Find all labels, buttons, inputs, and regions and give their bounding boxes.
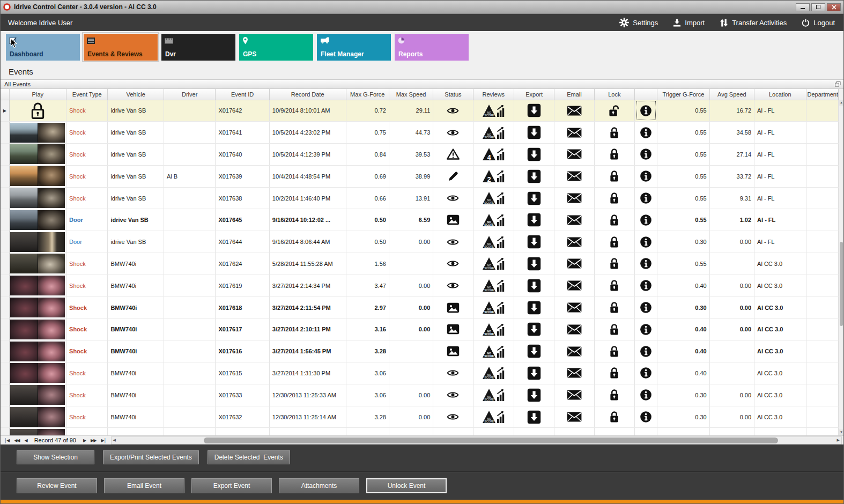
cell-reviews[interactable]: NOSCORE — [473, 362, 514, 384]
cell-email[interactable] — [554, 406, 594, 428]
horizontal-scroll-thumb[interactable] — [204, 438, 778, 443]
close-button[interactable] — [827, 3, 841, 11]
scroll-left-icon[interactable]: ◀ — [112, 438, 117, 442]
cell-reviews[interactable]: NOSCORE — [473, 209, 514, 231]
cell-email[interactable] — [554, 122, 594, 144]
cell-export[interactable] — [514, 165, 554, 187]
tile-fleet-manager[interactable]: Fleet Manager — [317, 34, 391, 61]
cell-email[interactable] — [554, 297, 594, 318]
scroll-right-icon[interactable]: ▶ — [835, 438, 841, 442]
scroll-down-icon[interactable]: ▼ — [839, 429, 843, 435]
next-page-button[interactable]: ▶▶ — [88, 438, 98, 443]
cell-lock[interactable] — [594, 253, 634, 275]
event-row[interactable]: Shockidrive Van SBAl BX01763910/4/2014 4… — [1, 165, 839, 187]
event-row-partial[interactable] — [1, 428, 839, 435]
cell-export[interactable] — [514, 144, 554, 166]
cell-play[interactable] — [9, 187, 66, 209]
cell-lock[interactable] — [594, 340, 634, 362]
cell-lock[interactable] — [594, 406, 634, 428]
cell-lock[interactable] — [594, 187, 634, 209]
tile-events-reviews[interactable]: Events & Reviews — [84, 34, 158, 61]
cell-export[interactable] — [514, 297, 554, 318]
cell-info[interactable] — [635, 318, 657, 340]
cell-reviews[interactable]: NOSCORE — [473, 318, 514, 340]
cell-export[interactable] — [514, 253, 554, 275]
prev-record-button[interactable]: ◀ — [22, 438, 29, 443]
minimize-button[interactable] — [796, 3, 810, 11]
cell-email[interactable] — [554, 209, 594, 231]
cell-lock[interactable] — [594, 100, 634, 122]
cell-email[interactable] — [554, 318, 594, 340]
event-row[interactable]: ▶Shockidrive Van SBX01764210/9/2014 8:10… — [1, 100, 839, 122]
cell-play[interactable] — [9, 384, 66, 406]
cell-reviews[interactable]: NOSCORE — [473, 187, 514, 209]
cell-info[interactable] — [635, 362, 657, 384]
cell-play[interactable] — [9, 318, 66, 340]
event-row[interactable]: Dooridrive Van SBX0176459/16/2014 10:12:… — [1, 209, 839, 231]
cell-play[interactable] — [9, 253, 66, 275]
event-row[interactable]: ShockBMW740iX0176163/27/2014 1:56:45 PM3… — [1, 340, 839, 362]
col-header-max-g-force[interactable]: Max G-Force — [346, 89, 389, 100]
col-header-lock[interactable]: Lock — [594, 89, 634, 100]
col-header-vehicle[interactable]: Vehicle — [108, 89, 164, 100]
col-header-location[interactable]: Location — [754, 89, 806, 100]
maximize-button[interactable] — [811, 3, 825, 11]
cell-info[interactable] — [635, 428, 657, 435]
cell-email[interactable] — [554, 144, 594, 166]
col-header-status[interactable]: Status — [433, 89, 473, 100]
titlebar[interactable]: Idrive Control Center - 3.0.4 version - … — [1, 1, 843, 14]
button-unlock-event[interactable]: Unlock Event — [366, 478, 447, 493]
cell-info[interactable] — [635, 340, 657, 362]
cell-export[interactable] — [514, 122, 554, 144]
cell-reviews[interactable]: NOSCORE — [473, 297, 514, 318]
cell-info[interactable] — [635, 253, 657, 275]
cell-play[interactable] — [9, 275, 66, 297]
event-row[interactable]: ShockBMW740iX0176173/27/2014 2:10:11 PM3… — [1, 318, 839, 340]
prev-page-button[interactable]: ◀◀ — [12, 438, 21, 443]
button-export-event[interactable]: Export Event — [191, 478, 272, 493]
cell-email[interactable] — [554, 100, 594, 122]
cell-reviews[interactable]: NOSCORE — [473, 406, 514, 428]
cell-reviews[interactable]: NOSCORE — [473, 384, 514, 406]
next-record-button[interactable]: ▶ — [81, 438, 88, 443]
event-row[interactable]: ShockBMW740iX01763212/30/2013 11:25:14 A… — [1, 406, 839, 428]
cell-email[interactable] — [554, 362, 594, 384]
cell-lock[interactable] — [594, 144, 634, 166]
action-transfer-activities[interactable]: Transfer Activities — [720, 19, 787, 27]
cell-lock[interactable] — [594, 384, 634, 406]
button-attachments[interactable]: Attachments — [279, 478, 359, 493]
cell-lock[interactable] — [594, 122, 634, 144]
cell-info[interactable] — [635, 275, 657, 297]
event-row[interactable]: ShockBMW740iX0176153/27/2014 1:31:30 PM3… — [1, 362, 839, 384]
col-header-event-id[interactable]: Event ID — [216, 89, 269, 100]
event-row[interactable]: ShockBMW740iX0176193/27/2014 2:14:34 PM3… — [1, 275, 839, 297]
tile-reports[interactable]: Reports — [395, 34, 469, 61]
cell-play[interactable] — [9, 209, 66, 231]
event-row[interactable]: Dooridrive Van SBX0176449/16/2014 8:06:4… — [1, 231, 839, 253]
action-logout[interactable]: Logout — [802, 19, 835, 27]
cell-info[interactable] — [635, 165, 657, 187]
cell-lock[interactable] — [594, 362, 634, 384]
cell-play[interactable] — [9, 100, 66, 122]
tile-dvr[interactable]: Dvr — [161, 34, 235, 61]
col-header-email[interactable]: Email — [554, 89, 594, 100]
cell-export[interactable] — [514, 187, 554, 209]
col-header-record-date[interactable]: Record Date — [269, 89, 346, 100]
cell-info[interactable] — [635, 406, 657, 428]
vertical-scroll-thumb[interactable] — [840, 242, 843, 326]
col-header-event-type[interactable]: Event Type — [66, 89, 108, 100]
cell-reviews[interactable]: NOSCORE — [473, 122, 514, 144]
col-header-reviews[interactable]: Reviews — [473, 89, 514, 100]
cell-export[interactable] — [514, 406, 554, 428]
cell-info[interactable] — [635, 144, 657, 166]
cell-lock[interactable] — [594, 275, 634, 297]
cell-email[interactable] — [554, 187, 594, 209]
cell-info[interactable] — [635, 297, 657, 318]
cell-lock[interactable] — [594, 231, 634, 253]
cell-play[interactable] — [9, 122, 66, 144]
cell-info[interactable] — [635, 100, 657, 122]
event-row[interactable]: Shockidrive Van SBX01763810/2/2014 1:46:… — [1, 187, 839, 209]
cell-lock[interactable] — [594, 209, 634, 231]
button-review-event[interactable]: Review Event — [17, 478, 97, 493]
cell-export[interactable] — [514, 362, 554, 384]
